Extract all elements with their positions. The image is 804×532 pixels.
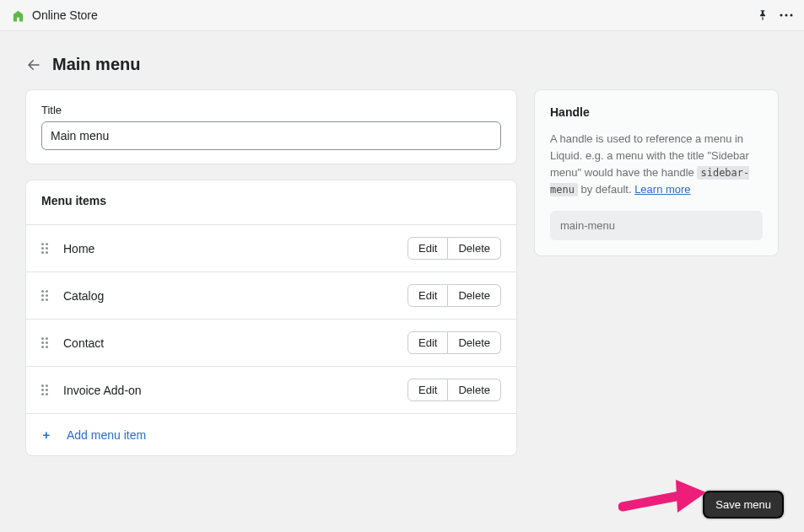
menu-item-label: Home bbox=[63, 242, 396, 255]
page-header: Main menu bbox=[0, 31, 804, 89]
handle-title: Handle bbox=[550, 105, 763, 119]
app-icon bbox=[10, 8, 25, 23]
edit-button[interactable]: Edit bbox=[407, 237, 448, 260]
menu-items-list: Home Edit Delete Catalog Edit Delete bbox=[26, 224, 516, 455]
svg-point-1 bbox=[785, 14, 788, 17]
learn-more-link[interactable]: Learn more bbox=[634, 183, 690, 196]
edit-button[interactable]: Edit bbox=[407, 331, 448, 354]
title-card: Title bbox=[25, 89, 517, 164]
title-input[interactable] bbox=[41, 121, 501, 150]
drag-handle-icon[interactable] bbox=[41, 384, 51, 396]
plus-icon: + bbox=[41, 427, 51, 442]
menu-item-actions: Edit Delete bbox=[407, 237, 501, 260]
page-title: Main menu bbox=[52, 55, 140, 74]
menu-items-card: Menu items Home Edit Delete Catalog Edit bbox=[25, 180, 517, 456]
add-menu-item-link[interactable]: Add menu item bbox=[67, 428, 146, 442]
title-label: Title bbox=[41, 104, 501, 116]
handle-value[interactable]: main-menu bbox=[550, 211, 763, 240]
topbar-right bbox=[757, 9, 794, 21]
handle-card: Handle A handle is used to reference a m… bbox=[534, 89, 779, 256]
topbar-title: Online Store bbox=[32, 8, 98, 22]
delete-button[interactable]: Delete bbox=[448, 284, 501, 307]
back-arrow-icon[interactable] bbox=[25, 56, 42, 73]
add-menu-item-row[interactable]: + Add menu item bbox=[26, 414, 516, 455]
drag-handle-icon[interactable] bbox=[41, 243, 51, 255]
edit-button[interactable]: Edit bbox=[407, 284, 448, 307]
delete-button[interactable]: Delete bbox=[448, 237, 501, 260]
more-icon[interactable] bbox=[779, 9, 794, 21]
handle-desc-post: by default. bbox=[578, 183, 634, 196]
handle-description: A handle is used to reference a menu in … bbox=[550, 131, 763, 199]
content: Title Menu items Home Edit Delete Cata bbox=[0, 89, 804, 471]
menu-item-actions: Edit Delete bbox=[407, 379, 501, 401]
menu-item-row: Home Edit Delete bbox=[26, 225, 516, 272]
main-column: Title Menu items Home Edit Delete Cata bbox=[25, 89, 517, 471]
menu-item-row: Contact Edit Delete bbox=[26, 320, 516, 367]
annotation-arrow-icon bbox=[618, 475, 711, 525]
pin-icon[interactable] bbox=[757, 9, 769, 21]
delete-button[interactable]: Delete bbox=[448, 331, 501, 354]
menu-items-heading: Menu items bbox=[26, 180, 516, 224]
menu-item-row: Catalog Edit Delete bbox=[26, 272, 516, 320]
drag-handle-icon[interactable] bbox=[41, 290, 51, 302]
edit-button[interactable]: Edit bbox=[407, 379, 448, 401]
menu-item-label: Contact bbox=[63, 336, 396, 350]
topbar: Online Store bbox=[0, 0, 804, 31]
delete-button[interactable]: Delete bbox=[448, 379, 501, 401]
menu-item-actions: Edit Delete bbox=[407, 284, 501, 307]
side-column: Handle A handle is used to reference a m… bbox=[534, 89, 779, 256]
drag-handle-icon[interactable] bbox=[41, 337, 51, 349]
topbar-left: Online Store bbox=[10, 8, 98, 23]
menu-item-label: Catalog bbox=[63, 289, 396, 303]
menu-item-label: Invoice Add-on bbox=[63, 384, 396, 397]
menu-item-row: Invoice Add-on Edit Delete bbox=[26, 367, 516, 414]
menu-item-actions: Edit Delete bbox=[407, 331, 501, 354]
save-menu-button[interactable]: Save menu bbox=[703, 491, 784, 519]
svg-point-2 bbox=[791, 14, 793, 17]
svg-point-0 bbox=[780, 14, 783, 17]
